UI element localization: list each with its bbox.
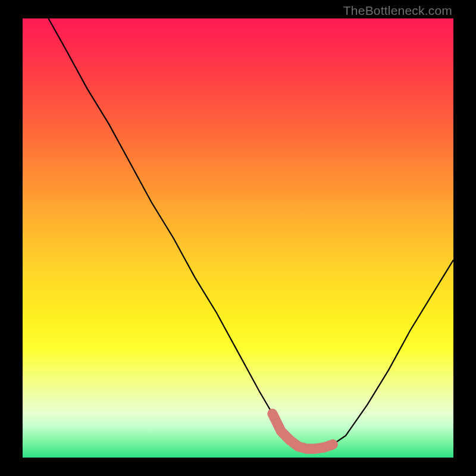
bottleneck-curve bbox=[48, 18, 453, 449]
chart-frame: TheBottleneck.com bbox=[0, 0, 476, 476]
watermark-text: TheBottleneck.com bbox=[343, 4, 452, 18]
optimal-range-highlight bbox=[273, 414, 333, 449]
plot-area bbox=[23, 18, 453, 458]
curve-svg bbox=[23, 18, 453, 458]
